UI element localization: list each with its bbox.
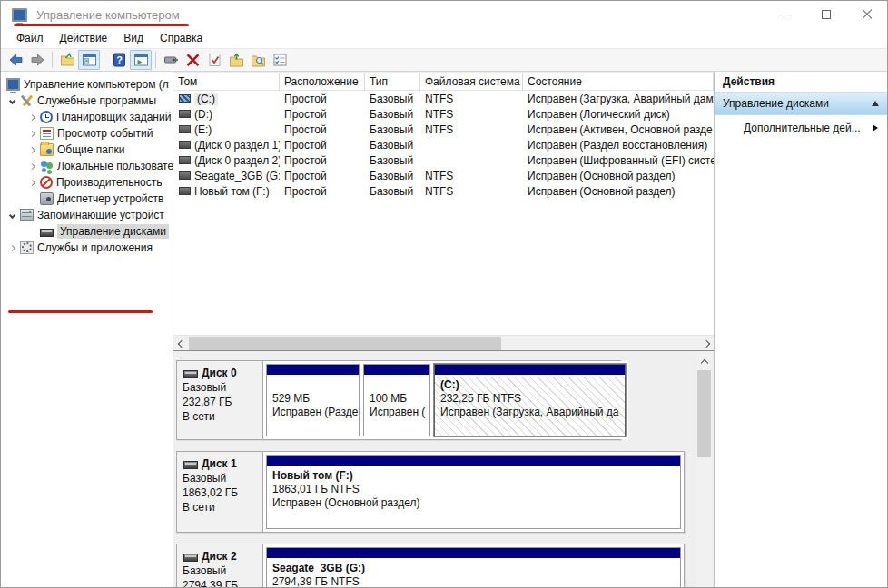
actions-group-disk-management[interactable]: Управление дисками [715,93,887,115]
delete-volume-button[interactable] [182,50,203,70]
local-users-icon [40,160,54,172]
scroll-right-arrow[interactable] [698,336,714,351]
volume-type: Базовый [365,152,420,168]
volume-row-e[interactable]: (E:) Простой Базовый NTFS Исправен (Акти… [173,122,714,137]
properties-button[interactable] [269,50,291,70]
volume-type: Базовый [365,168,420,183]
volume-layout: Простой [280,122,365,137]
disk-type: Базовый [183,564,259,578]
volume-list-pane: Том Расположение Тип Файловая система Со… [173,72,714,351]
tree-item-local-users[interactable]: Локальные пользовате [1,158,173,174]
expander-expanded-icon[interactable] [5,213,19,218]
tree-item-device-manager[interactable]: Диспетчер устройств [1,191,173,207]
folder-search-button[interactable] [247,50,269,70]
partition-color-bar [435,365,625,377]
tree-item-storage[interactable]: Запоминающие устройст [1,207,173,223]
volume-layout: Простой [280,137,365,152]
vertical-scrollbar-thumb[interactable] [697,370,711,457]
volume-status: Исправен (Логический диск) [523,106,714,122]
partition-name: Новый том (F:) [272,469,675,483]
tree-item-system-tools[interactable]: Служебные программы [1,93,173,109]
disk2-label[interactable]: Диск 2 Базовый 2794,39 ГБ [177,544,263,587]
show-action-pane-button[interactable] [130,50,152,70]
storage-icon [20,209,34,221]
expander-expanded-icon[interactable] [5,99,19,103]
expander-collapsed-icon[interactable] [25,148,39,152]
volume-row-disk0-part1[interactable]: (Диск 0 раздел 1) Простой Базовый Исправ… [173,137,714,152]
volume-icon [179,172,191,180]
show-console-tree-button[interactable] [78,50,100,70]
tree-item-shared-folders[interactable]: Общие папки [1,142,173,158]
partition-c-selected[interactable]: (C:) 232,25 ГБ NTFS Исправен (Загрузка, … [434,364,626,436]
volume-row-new-volume[interactable]: Новый том (F:) Простой Базовый NTFS Испр… [173,183,714,199]
column-header-filesystem[interactable]: Файловая система [420,72,523,90]
partition-recovery[interactable]: 529 МБ Исправен (Разде [266,364,360,436]
volume-fs: NTFS [420,183,523,199]
volume-icon [179,94,191,103]
help-button[interactable]: ? [108,50,130,70]
volume-row-disk0-part2[interactable]: (Диск 0 раздел 2) Простой Базовый Исправ… [173,152,714,168]
tree-item-disk-management[interactable]: Управление дисками [1,223,173,240]
tree-item-event-viewer[interactable]: Просмотр событий [1,125,173,142]
disk0-label[interactable]: Диск 0 Базовый 232,87 ГБ В сети [177,361,263,439]
collapse-arrow-icon[interactable] [872,101,879,106]
vcr-device-icon [163,53,179,67]
back-button[interactable] [5,50,26,70]
menu-action[interactable]: Действие [52,30,116,46]
validate-button[interactable] [203,50,225,70]
expander-collapsed-icon[interactable] [5,246,19,250]
menu-help[interactable]: Справка [152,30,211,46]
tree-item-computer-management[interactable]: Управление компьютером (л [1,76,173,93]
services-icon [20,241,34,254]
export-list-button[interactable] [56,50,78,70]
disk-size: 2794,39 ГБ [183,578,259,587]
volume-row-seagate[interactable]: Seagate_3GB (G:) Простой Базовый NTFS Ис… [173,168,714,183]
tree-item-services-applications[interactable]: Службы и приложения [1,240,173,256]
volume-name: Seagate_3GB (G:) [194,170,280,182]
menu-view[interactable]: Вид [115,30,152,46]
volume-fs: NTFS [420,122,523,137]
column-header-type[interactable]: Тип [365,72,420,90]
partition-color-bar [267,365,359,377]
disk-size: 1863,02 ГБ [183,485,259,500]
volume-row-c[interactable]: (C:) Простой Базовый NTFS Исправен (Загр… [173,91,714,106]
toolbar-separator [104,52,104,68]
volume-type: Базовый [365,106,420,122]
scroll-up-arrow[interactable] [696,356,712,369]
expander-collapsed-icon[interactable] [25,132,39,136]
partition-efi[interactable]: 100 МБ Исправен ( [363,364,430,436]
horizontal-scrollbar[interactable] [173,335,714,350]
folder-up-button[interactable] [225,50,247,70]
scroll-left-arrow[interactable] [173,336,189,351]
volume-fs: NTFS [420,168,523,183]
menu-file[interactable]: Файл [8,30,52,46]
close-button[interactable] [846,1,887,28]
partition-f[interactable]: Новый том (F:) 1863,01 ГБ NTFS Исправен … [266,455,681,529]
volume-fs: NTFS [420,106,523,122]
minimize-button[interactable] [765,1,805,28]
disk-name: Диск 1 [202,456,237,471]
volume-fs [420,137,523,152]
column-header-status[interactable]: Состояние [523,72,714,90]
expander-collapsed-icon[interactable] [25,115,39,120]
forward-button[interactable] [26,50,48,70]
refresh-drive-button[interactable] [160,50,182,70]
actions-item-more-actions[interactable]: Дополнительные дей... [715,115,887,140]
volume-icon [179,156,191,164]
maximize-icon [822,10,831,19]
expander-collapsed-icon[interactable] [25,181,39,185]
delete-x-icon [185,53,201,67]
maximize-button[interactable] [805,1,846,28]
expander-collapsed-icon[interactable] [25,164,39,169]
partition-g[interactable]: Seagate_3GB (G:) 2794,39 ГБ NTFS [266,547,681,587]
disk1-label[interactable]: Диск 1 Базовый 1863,02 ГБ В сети [177,452,263,532]
vertical-scrollbar[interactable] [696,354,712,587]
column-header-layout[interactable]: Расположение [280,72,365,90]
tree-item-task-scheduler[interactable]: Планировщик заданий [1,109,173,125]
folder-arrow-icon [60,53,75,67]
tree-item-performance[interactable]: Производительность [1,174,173,191]
horizontal-scrollbar-thumb[interactable] [189,337,501,350]
red-underline-annotation-title [14,24,189,26]
column-header-volume[interactable]: Том [173,72,280,90]
volume-row-d[interactable]: (D:) Простой Базовый NTFS Исправен (Логи… [173,106,714,122]
